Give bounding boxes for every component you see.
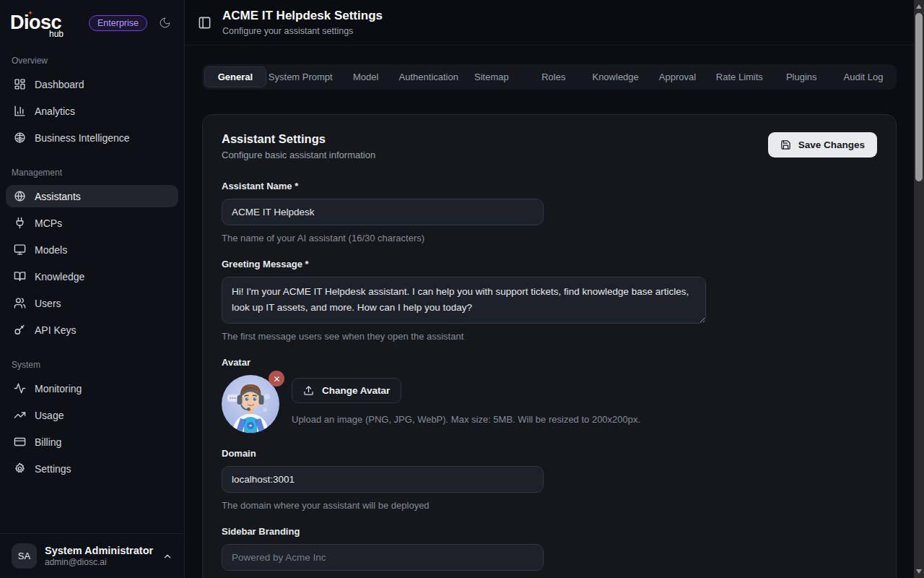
page-title: ACME IT Helpdesk Settings xyxy=(222,9,383,23)
sidebar-branding-label: Sidebar Branding xyxy=(222,526,877,537)
remove-avatar-button[interactable] xyxy=(269,371,284,387)
sidebar: Diosc ✦ hub Enterprise Overview Dashboar… xyxy=(0,0,185,578)
bar-chart-icon xyxy=(14,105,26,117)
tab-rate-limits[interactable]: Rate Limits xyxy=(708,66,770,87)
field-greeting-message: Greeting Message * Hi! I'm your ACME IT … xyxy=(222,259,877,342)
sparkle-icon: ✦ xyxy=(27,9,33,17)
upload-icon xyxy=(303,385,314,396)
assistant-avatar-image xyxy=(222,375,279,433)
user-avatar: SA xyxy=(12,543,37,569)
nav-section-system: System Monitoring Usage Billing Settings xyxy=(6,355,178,480)
sidebar-item-monitoring[interactable]: Monitoring xyxy=(6,377,178,400)
user-menu[interactable]: SA System Administrator admin@diosc.ai xyxy=(0,533,184,578)
sidebar-item-knowledge[interactable]: Knowledge xyxy=(6,265,178,288)
vertical-scrollbar[interactable] xyxy=(914,0,924,578)
tab-plugins[interactable]: Plugins xyxy=(770,66,832,87)
save-icon xyxy=(780,139,791,150)
chevron-up-icon xyxy=(162,551,173,561)
scrollbar-thumb[interactable] xyxy=(915,13,923,181)
dark-mode-toggle[interactable] xyxy=(159,17,171,29)
sidebar-item-api-keys[interactable]: API Keys xyxy=(6,319,178,341)
brand-logo[interactable]: Diosc ✦ hub xyxy=(10,13,61,33)
sidebar-item-dashboard[interactable]: Dashboard xyxy=(6,73,178,95)
sidebar-item-billing[interactable]: Billing xyxy=(6,431,178,453)
sidebar-item-usage[interactable]: Usage xyxy=(6,404,178,426)
sidebar-item-label: Dashboard xyxy=(35,79,84,90)
save-changes-label: Save Changes xyxy=(798,139,865,150)
sidebar-nav: Overview Dashboard Analytics Business In… xyxy=(0,41,184,533)
user-meta: System Administrator admin@diosc.ai xyxy=(45,544,153,568)
field-assistant-name: Assistant Name * The name of your AI ass… xyxy=(222,181,877,243)
assistant-settings-card: Assistant Settings Configure basic assis… xyxy=(202,114,897,578)
sidebar-item-analytics[interactable]: Analytics xyxy=(6,100,178,122)
sidebar-item-models[interactable]: Models xyxy=(6,238,178,261)
card-subtitle: Configure basic assistant information xyxy=(222,150,375,160)
sidebar-toggle-button[interactable] xyxy=(198,16,212,30)
brain-icon xyxy=(14,131,26,144)
save-changes-button[interactable]: Save Changes xyxy=(768,132,877,158)
change-avatar-button[interactable]: Change Avatar xyxy=(292,378,401,403)
sidebar-item-label: Business Intelligence xyxy=(35,132,130,144)
page-header: ACME IT Helpdesk Settings Configure your… xyxy=(185,0,924,46)
header-titles: ACME IT Helpdesk Settings Configure your… xyxy=(222,9,383,35)
tab-system-prompt[interactable]: System Prompt xyxy=(266,66,335,87)
scrollbar-down-arrow[interactable] xyxy=(916,569,922,574)
sidebar-item-label: Assistants xyxy=(35,191,81,202)
settings-tabs: General System Prompt Model Authenticati… xyxy=(202,64,897,90)
enterprise-badge[interactable]: Enterprise xyxy=(89,15,147,31)
domain-help: The domain where your assistant will be … xyxy=(222,500,877,511)
tab-approval[interactable]: Approval xyxy=(647,66,709,87)
sidebar-item-users[interactable]: Users xyxy=(6,292,178,314)
avatar-row: Change Avatar Upload an image (PNG, JPG,… xyxy=(222,375,877,433)
tab-knowledge[interactable]: Knowledge xyxy=(585,66,647,87)
section-label: Management xyxy=(6,163,178,185)
activity-icon xyxy=(14,382,26,394)
tab-authentication[interactable]: Authentication xyxy=(397,66,461,87)
tab-general[interactable]: General xyxy=(204,66,266,87)
user-name: System Administrator xyxy=(45,544,153,557)
avatar-controls: Change Avatar Upload an image (PNG, JPG,… xyxy=(292,375,640,425)
moon-icon xyxy=(159,17,171,29)
scrollbar-up-arrow[interactable] xyxy=(916,4,922,9)
card-header: Assistant Settings Configure basic assis… xyxy=(222,132,877,160)
sidebar-item-label: Settings xyxy=(35,463,71,475)
sidebar-item-mcps[interactable]: MCPs xyxy=(6,212,178,234)
assistant-name-label: Assistant Name * xyxy=(222,181,877,191)
tab-audit-log[interactable]: Audit Log xyxy=(832,66,894,87)
change-avatar-label: Change Avatar xyxy=(322,385,390,396)
assistant-name-help: The name of your AI assistant (16/30 cha… xyxy=(222,233,877,243)
field-sidebar-branding: Sidebar Branding xyxy=(222,526,877,571)
greeting-message-textarea[interactable]: Hi! I'm your ACME IT Helpdesk assistant.… xyxy=(222,277,706,324)
sidebar-item-business-intelligence[interactable]: Business Intelligence xyxy=(6,126,178,149)
assistant-name-input[interactable] xyxy=(222,199,544,225)
sidebar-branding-input[interactable] xyxy=(222,544,544,571)
trending-up-icon xyxy=(14,409,26,421)
close-icon xyxy=(273,375,281,383)
nav-section-management: Management Assistants MCPs Models Knowle… xyxy=(6,163,178,341)
dashboard-icon xyxy=(14,78,26,90)
tab-roles[interactable]: Roles xyxy=(523,66,585,87)
section-label: Overview xyxy=(6,51,178,73)
globe-icon xyxy=(14,190,26,202)
nav-section-overview: Overview Dashboard Analytics Business In… xyxy=(6,51,178,149)
field-domain: Domain The domain where your assistant w… xyxy=(222,448,877,511)
sidebar-item-label: Monitoring xyxy=(35,383,82,394)
sidebar-header: Diosc ✦ hub Enterprise xyxy=(0,0,184,41)
key-icon xyxy=(14,324,26,336)
domain-input[interactable] xyxy=(222,466,544,493)
tab-model[interactable]: Model xyxy=(335,66,397,87)
sidebar-item-settings[interactable]: Settings xyxy=(6,457,178,480)
users-icon xyxy=(14,297,26,309)
tab-sitemap[interactable]: Sitemap xyxy=(461,66,523,87)
sidebar-item-label: API Keys xyxy=(35,324,77,336)
panel-left-icon xyxy=(198,16,212,30)
card-titles: Assistant Settings Configure basic assis… xyxy=(222,132,375,160)
section-label: System xyxy=(6,355,178,377)
sidebar-item-label: Usage xyxy=(35,410,64,421)
book-open-icon xyxy=(14,270,26,282)
sidebar-item-assistants[interactable]: Assistants xyxy=(6,185,178,207)
sidebar-item-label: Analytics xyxy=(35,105,75,117)
monitor-icon xyxy=(14,243,26,256)
field-avatar: Avatar xyxy=(222,357,877,433)
sidebar-item-label: Billing xyxy=(35,436,61,448)
